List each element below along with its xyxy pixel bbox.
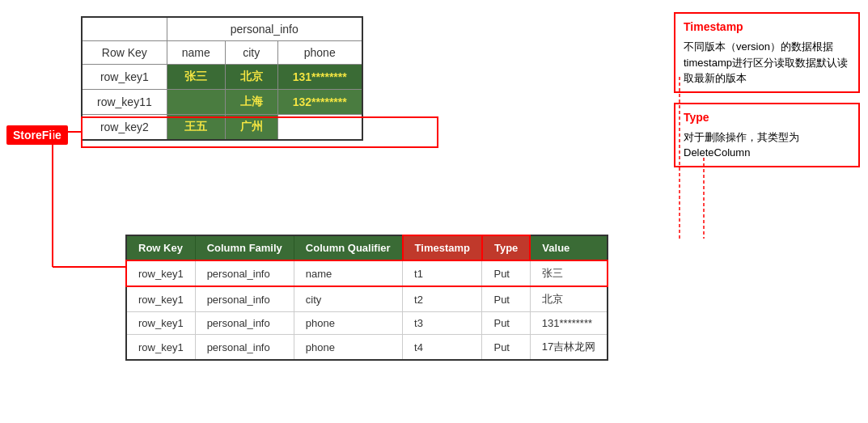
bottom-header-type: Type <box>482 235 530 260</box>
top-table-city-cell: 北京 <box>225 65 277 90</box>
top-table-personal-info-header: personal_info <box>167 17 362 41</box>
bottom-cell-qualifier: city <box>294 286 402 312</box>
top-table-phone-cell <box>277 115 362 141</box>
bottom-cell-rowkey: row_key1 <box>126 286 195 312</box>
top-table-rowkey-cell: row_key2 <box>82 115 167 141</box>
bottom-cell-rowkey: row_key1 <box>126 260 195 286</box>
top-table-area: personal_info Row Key name city phone ro… <box>81 16 363 141</box>
bottom-cell-qualifier: phone <box>294 312 402 335</box>
bottom-cell-timestamp: t2 <box>403 286 482 312</box>
top-table-rowkey-cell: row_key11 <box>82 90 167 115</box>
bottom-header-value: Value <box>530 235 608 260</box>
storefile-label: StoreFile <box>6 125 68 145</box>
bottom-cell-type: Put <box>482 260 530 286</box>
top-table-city-cell: 上海 <box>225 90 277 115</box>
bottom-cell-type: Put <box>482 335 530 361</box>
annotation-type-box: Type 对于删除操作，其类型为DeleteColumn <box>674 103 860 167</box>
top-table-rowkey-cell: row_key1 <box>82 65 167 90</box>
top-table-name-cell: 王五 <box>167 115 225 141</box>
bottom-cell-rowkey: row_key1 <box>126 312 195 335</box>
bottom-cell-type: Put <box>482 286 530 312</box>
top-table-phone-cell: 131******** <box>277 65 362 90</box>
bottom-table-header-row: Row Key Column Family Column Qualifier T… <box>126 235 608 260</box>
bottom-cell-family: personal_info <box>195 312 294 335</box>
annotation-timestamp-title: Timestamp <box>684 19 850 36</box>
bottom-cell-rowkey: row_key1 <box>126 335 195 361</box>
bottom-cell-family: personal_info <box>195 286 294 312</box>
table-row: row_key2 王五 广州 <box>82 115 362 141</box>
top-table-phone-header: phone <box>277 41 362 65</box>
bottom-cell-value: 131******** <box>530 312 608 335</box>
table-row: row_key1 personal_info name t1 Put 张三 <box>126 260 608 286</box>
top-table-name-cell: 张三 <box>167 65 225 90</box>
top-table-phone-cell: 132******** <box>277 90 362 115</box>
top-table-name-cell <box>167 90 225 115</box>
bottom-header-rowkey: Row Key <box>126 235 195 260</box>
annotation-area: Timestamp 不同版本（version）的数据根据timestamp进行区… <box>674 12 860 177</box>
bottom-cell-timestamp: t1 <box>403 260 482 286</box>
top-table-rowkey-header: Row Key <box>82 41 167 65</box>
annotation-type-title: Type <box>684 109 850 126</box>
top-table-city-cell: 广州 <box>225 115 277 141</box>
bottom-cell-value: 张三 <box>530 260 608 286</box>
bottom-table-area: Row Key Column Family Column Qualifier T… <box>125 235 608 361</box>
bottom-cell-qualifier: name <box>294 260 402 286</box>
bottom-table: Row Key Column Family Column Qualifier T… <box>125 235 608 361</box>
bottom-cell-value: 17吉林龙网 <box>530 335 608 361</box>
top-table-empty-header <box>82 17 167 41</box>
bottom-header-timestamp: Timestamp <box>403 235 482 260</box>
main-container: StoreFile personal_info Row Key name cit… <box>0 0 868 423</box>
top-table: personal_info Row Key name city phone ro… <box>81 16 363 141</box>
top-table-city-header: city <box>225 41 277 65</box>
annotation-timestamp-body: 不同版本（version）的数据根据timestamp进行区分读取数据默认读取最… <box>684 39 850 87</box>
bottom-cell-qualifier: phone <box>294 335 402 361</box>
annotation-type-body: 对于删除操作，其类型为DeleteColumn <box>684 129 850 161</box>
bottom-header-qualifier: Column Qualifier <box>294 235 402 260</box>
bottom-cell-value: 北京 <box>530 286 608 312</box>
table-row: row_key1 张三 北京 131******** <box>82 65 362 90</box>
bottom-header-family: Column Family <box>195 235 294 260</box>
table-row: row_key1 personal_info phone t3 Put 131*… <box>126 312 608 335</box>
table-row: row_key1 personal_info phone t4 Put 17吉林… <box>126 335 608 361</box>
table-row: row_key1 personal_info city t2 Put 北京 <box>126 286 608 312</box>
bottom-cell-family: personal_info <box>195 260 294 286</box>
bottom-cell-type: Put <box>482 312 530 335</box>
top-table-name-header: name <box>167 41 225 65</box>
annotation-timestamp-box: Timestamp 不同版本（version）的数据根据timestamp进行区… <box>674 12 860 93</box>
bottom-cell-family: personal_info <box>195 335 294 361</box>
table-row: row_key11 上海 132******** <box>82 90 362 115</box>
bottom-cell-timestamp: t3 <box>403 312 482 335</box>
bottom-cell-timestamp: t4 <box>403 335 482 361</box>
